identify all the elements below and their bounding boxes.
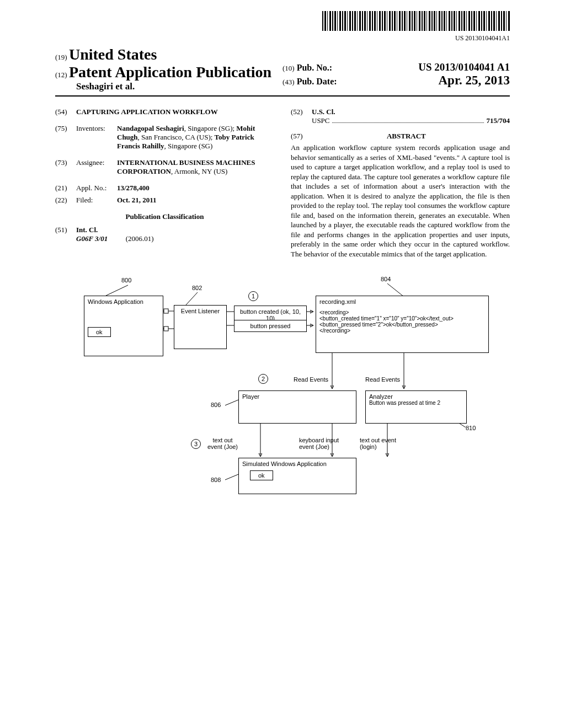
read-events-2: Read Events — [365, 376, 400, 383]
field-54-num: (54) — [55, 108, 76, 116]
step-2: 2 — [258, 374, 268, 384]
field-75-num: (75) — [55, 124, 76, 151]
ref-802: 802 — [192, 285, 202, 291]
pub-no: US 2013/0104041 A1 — [418, 61, 510, 73]
text-out-event: text out event (Joe) — [207, 437, 238, 450]
pub-no-label: Pub. No.: — [297, 63, 332, 73]
svg-line-20 — [225, 474, 238, 480]
intcl-code: G06F 3/01 — [76, 234, 108, 243]
sim-app-label: Simulated Windows Application — [242, 461, 353, 467]
step-3: 3 — [191, 439, 201, 449]
svg-line-0 — [106, 285, 128, 296]
field-22-num: (22) — [55, 196, 76, 205]
patent-page: US 20130104041A1 (19) United States (12)… — [0, 0, 565, 535]
pub-type: Patent Application Publication — [69, 63, 271, 81]
body-columns: (54) CAPTURING APPLICATION WORKFLOW (75)… — [55, 104, 510, 259]
event-listener-box: Event Listener — [174, 305, 227, 349]
xml-line-2: <button_created time="1" x="10" y="10">o… — [319, 315, 485, 322]
assignee: INTERNATIONAL BUSINESS MACHINES CORPORAT… — [117, 158, 274, 176]
intcl-edition: (2006.01) — [126, 234, 154, 243]
ok-button-2: ok — [250, 470, 273, 480]
filed-label: Filed: — [76, 196, 117, 205]
field-51-num: (51) — [55, 226, 76, 243]
btn-pressed-box: button pressed — [234, 320, 307, 332]
text-out-login: text out event (login) — [360, 437, 396, 450]
windows-app-label: Windows Application — [88, 298, 159, 305]
right-column: (52) U.S. Cl. USPC 715/704 (57) ABSTRACT… — [291, 104, 510, 259]
divider — [55, 95, 510, 97]
filed: Oct. 21, 2011 — [117, 196, 274, 205]
code-43: (43) — [282, 78, 295, 87]
assignee-label: Assignee: — [76, 158, 117, 176]
figure: 800 Windows Application ok 802 Event Lis… — [73, 276, 492, 513]
xml-line-1: <recording> — [319, 309, 485, 315]
svg-line-15 — [225, 400, 238, 405]
player-label: Player — [242, 393, 259, 400]
field-52-num: (52) — [291, 108, 312, 125]
analyzer-label: Analyzer — [369, 393, 463, 400]
read-events-1: Read Events — [294, 376, 328, 383]
sim-app-box: Simulated Windows Application ok — [238, 458, 356, 494]
svg-line-2 — [387, 283, 404, 297]
recording-box: recording.xml <recording> <button_create… — [316, 296, 489, 353]
uspc-value: 715/704 — [486, 116, 510, 125]
barcode-number: US 20130104041A1 — [55, 34, 510, 42]
authors: Seshagiri et al. — [55, 81, 282, 92]
pub-class-heading: Publication Classification — [55, 212, 274, 221]
ref-800: 800 — [121, 277, 131, 283]
left-column: (54) CAPTURING APPLICATION WORKFLOW (75)… — [55, 104, 274, 259]
ref-810: 810 — [466, 425, 476, 431]
code-19: (19) — [55, 53, 67, 61]
uspc-label: USPC — [312, 116, 330, 125]
player-box: Player — [238, 390, 356, 424]
keyboard-input-event: keyboard input event (Joe) — [299, 437, 339, 450]
ref-808: 808 — [211, 477, 221, 483]
svg-line-1 — [185, 292, 198, 306]
analyzer-box: Analyzer Button was pressed at time 2 — [365, 390, 467, 424]
intcl-label: Int. Cl. — [76, 226, 274, 234]
ref-804: 804 — [381, 276, 391, 282]
field-73-num: (73) — [55, 158, 76, 176]
code-10: (10) — [282, 64, 295, 73]
applno-label: Appl. No.: — [76, 184, 117, 192]
field-57-num: (57) — [291, 132, 303, 141]
svg-rect-4 — [164, 326, 168, 331]
abstract-label: ABSTRACT — [303, 132, 510, 141]
field-21-num: (21) — [55, 184, 76, 192]
barcode-icon — [322, 11, 510, 31]
title: CAPTURING APPLICATION WORKFLOW — [76, 108, 274, 116]
uscl-label: U.S. Cl. — [312, 108, 510, 116]
analyzer-text: Button was pressed at time 2 — [369, 400, 463, 406]
recording-file: recording.xml — [319, 298, 485, 305]
abstract-text: An application workflow capture system r… — [291, 143, 510, 259]
ref-806: 806 — [211, 402, 221, 408]
applno: 13/278,400 — [117, 184, 274, 192]
inventors-label: Inventors: — [76, 124, 117, 151]
pub-date-label: Pub. Date: — [297, 77, 337, 87]
windows-app-box: Windows Application ok — [84, 296, 163, 356]
barcode-area: US 20130104041A1 — [55, 11, 510, 42]
pub-date: Apr. 25, 2013 — [439, 73, 510, 88]
svg-rect-3 — [164, 309, 168, 313]
country: United States — [69, 46, 157, 63]
dotted-leader — [332, 122, 484, 123]
xml-line-4: </recording> — [319, 328, 485, 334]
step-1: 1 — [248, 291, 258, 301]
xml-line-3: <button_pressed time="2">ok</button_pres… — [319, 322, 485, 328]
header: (19) United States (12) Patent Applicati… — [55, 46, 510, 92]
code-12: (12) — [55, 71, 67, 79]
ok-button-1: ok — [88, 327, 111, 337]
event-listener-label: Event Listener — [181, 308, 220, 314]
inventors: Nandagopal Seshagiri, Singapore (SG); Mo… — [117, 124, 274, 151]
